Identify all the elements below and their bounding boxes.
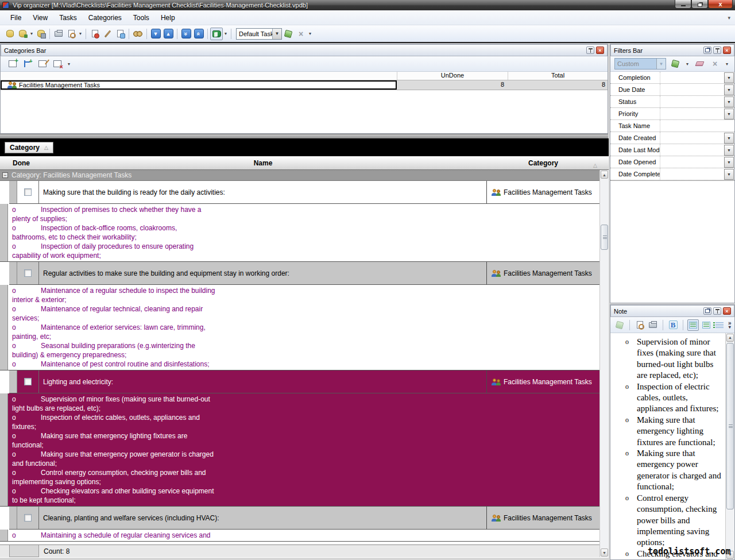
group-row[interactable]: − Category: Facilities Management Tasks: [0, 170, 609, 181]
notes-view-dropdown[interactable]: ▾: [223, 31, 229, 36]
menu-file[interactable]: File: [5, 12, 27, 24]
task-template-combo[interactable]: Default Task ▼: [236, 28, 282, 40]
filter-value-cell[interactable]: [660, 108, 724, 119]
filter-value-cell[interactable]: [660, 84, 724, 95]
task-checkbox[interactable]: [24, 378, 32, 385]
bold-button[interactable]: B: [667, 319, 679, 331]
filter-value-cell[interactable]: [660, 168, 724, 180]
note-close-button[interactable]: ×: [723, 307, 731, 315]
filter-preset-combo[interactable]: Custom ▼: [614, 58, 666, 69]
apply-filter-button[interactable]: [669, 57, 682, 70]
filters-pin-button[interactable]: [713, 47, 721, 54]
col-undone[interactable]: UnDone: [397, 72, 508, 80]
new-category-button[interactable]: [6, 57, 19, 70]
print-preview-button[interactable]: [65, 28, 78, 40]
scroll-up-icon[interactable]: ▲: [601, 171, 608, 179]
categories-pin-button[interactable]: [586, 47, 594, 54]
menu-help[interactable]: Help: [155, 12, 181, 24]
align-right-button[interactable]: [701, 319, 712, 331]
column-name[interactable]: Name: [39, 159, 487, 167]
restore-button[interactable]: [691, 0, 708, 9]
filter-dropdown-button[interactable]: ▼: [724, 133, 734, 144]
note-apply-button[interactable]: [614, 319, 625, 331]
note-content[interactable]: oSupervision of minor fixes (making sure…: [610, 333, 734, 559]
new-task-button[interactable]: [88, 28, 101, 40]
column-category[interactable]: Category△: [487, 159, 599, 167]
task-checkbox[interactable]: [24, 269, 32, 277]
menu-tasks[interactable]: Tasks: [53, 12, 83, 24]
delete-template-button[interactable]: ×: [295, 28, 307, 40]
task-row[interactable]: Lighting and electricity:Facilities Mana…: [9, 370, 609, 393]
new-database-button[interactable]: [3, 28, 16, 40]
categories-toolbar-overflow[interactable]: ▾: [66, 61, 72, 67]
categories-close-button[interactable]: ×: [596, 47, 604, 54]
edit-category-button[interactable]: [36, 57, 49, 70]
minimize-button[interactable]: [675, 0, 691, 9]
menubar-overflow-icon[interactable]: ▾: [728, 15, 730, 21]
align-left-button[interactable]: [687, 319, 699, 331]
filter-dropdown-button[interactable]: ▼: [724, 169, 734, 180]
filter-row[interactable]: Priority▼: [610, 108, 734, 120]
move-up-button[interactable]: ▲: [162, 28, 175, 40]
apply-template-button[interactable]: [282, 28, 295, 40]
note-restore-button[interactable]: [703, 307, 711, 315]
open-database-dropdown[interactable]: ▾: [29, 31, 34, 36]
filters-toolbar-overflow[interactable]: ▾: [724, 61, 730, 67]
category-row[interactable]: Facilities Management Tasks 8 8: [1, 80, 608, 90]
filter-dropdown-button[interactable]: ▼: [724, 84, 734, 95]
save-database-button[interactable]: [34, 28, 47, 40]
scroll-down-icon[interactable]: ▼: [601, 549, 608, 557]
filters-close-button[interactable]: ×: [723, 47, 731, 54]
apply-filter-dropdown[interactable]: ▾: [684, 61, 690, 67]
scroll-up-icon[interactable]: ▲: [726, 334, 734, 342]
filter-row[interactable]: Date Opened▼: [610, 156, 734, 168]
delete-task-button[interactable]: [114, 28, 126, 40]
filters-restore-button[interactable]: [703, 47, 711, 54]
task-checkbox[interactable]: [24, 188, 32, 196]
note-pin-button[interactable]: [713, 307, 721, 315]
filter-value-cell[interactable]: [660, 72, 724, 83]
close-button[interactable]: x: [708, 0, 733, 9]
menu-categories[interactable]: Categories: [83, 12, 127, 24]
filter-value-cell[interactable]: [660, 144, 724, 156]
filter-dropdown-button[interactable]: ▼: [724, 109, 734, 119]
filter-row[interactable]: Completion▼: [610, 72, 734, 84]
task-checkbox[interactable]: [24, 514, 32, 522]
menu-tools[interactable]: Tools: [127, 12, 155, 24]
filter-row[interactable]: Status▼: [610, 96, 734, 108]
task-row[interactable]: Cleaning, planting and welfare services …: [9, 507, 609, 530]
grid-scroll-thumb[interactable]: [601, 225, 608, 250]
filter-dropdown-button[interactable]: ▼: [724, 145, 734, 156]
note-scroll-thumb[interactable]: [726, 343, 734, 509]
move-top-button[interactable]: «: [192, 28, 205, 40]
menu-view[interactable]: View: [27, 12, 53, 24]
col-total[interactable]: Total: [508, 72, 608, 80]
edit-task-button[interactable]: [101, 28, 114, 40]
filter-row[interactable]: Date Completed▼: [610, 168, 734, 180]
group-by-chip[interactable]: Category △: [5, 142, 53, 153]
move-bottom-button[interactable]: »: [180, 28, 192, 40]
bullet-list-button[interactable]: [714, 319, 725, 331]
note-toolbar-overflow[interactable]: »▾: [728, 321, 732, 329]
filter-row[interactable]: Due Date▼: [610, 84, 734, 96]
filter-row[interactable]: Task Name: [610, 120, 734, 132]
note-preview-button[interactable]: [634, 319, 645, 331]
template-group-overflow[interactable]: ▾: [307, 31, 313, 36]
collapse-icon[interactable]: −: [2, 172, 8, 178]
note-vertical-scrollbar[interactable]: ▲ ▼: [725, 333, 734, 559]
move-down-button[interactable]: ▼: [149, 28, 162, 40]
print-group-overflow[interactable]: ▾: [78, 31, 83, 36]
open-database-button[interactable]: [16, 28, 29, 40]
new-subcategory-button[interactable]: [21, 57, 34, 70]
delete-filter-button[interactable]: ×: [709, 57, 721, 70]
print-button[interactable]: [52, 28, 65, 40]
grid-vertical-scrollbar[interactable]: ▲ ▼: [599, 170, 609, 557]
task-row[interactable]: Making sure that the building is ready f…: [9, 181, 609, 204]
filter-dropdown-button[interactable]: ▼: [724, 96, 734, 107]
find-button[interactable]: [131, 28, 144, 40]
task-row[interactable]: Regular activities to make sure the buil…: [9, 262, 609, 285]
filter-row[interactable]: Date Last Modified▼: [610, 144, 734, 156]
filter-value-cell[interactable]: [660, 120, 734, 132]
notes-view-button[interactable]: [210, 28, 223, 40]
note-print-button[interactable]: [647, 319, 659, 331]
